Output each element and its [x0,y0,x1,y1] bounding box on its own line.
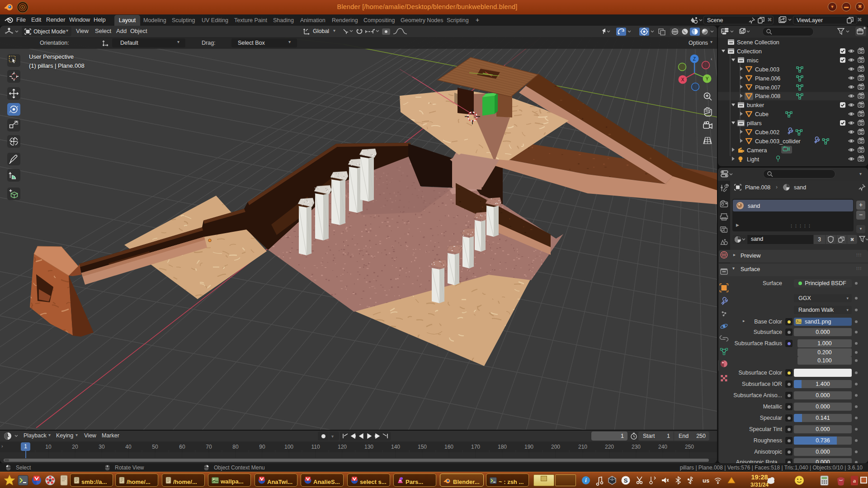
svg-text:Scene Collection: Scene Collection [737,39,779,46]
svg-text:30: 30 [99,444,105,450]
svg-text:misc: misc [747,57,759,64]
svg-text:us: us [703,477,709,484]
svg-text:Cube.003_collider: Cube.003_collider [755,138,801,145]
svg-text:110: 110 [311,444,320,450]
svg-text:220: 220 [605,444,614,450]
svg-text:Collection: Collection [737,48,762,55]
svg-text:S: S [624,477,628,484]
svg-text:10: 10 [45,444,52,450]
svg-text:50: 50 [152,444,158,450]
svg-text:Y: Y [706,76,709,81]
svg-text:Cube: Cube [755,111,769,117]
svg-text:70: 70 [206,444,212,450]
svg-text:Plane.007: Plane.007 [755,84,780,91]
svg-text:a: a [853,477,856,484]
svg-text:150: 150 [418,444,427,450]
svg-text:130: 130 [364,444,373,450]
svg-text:Camera: Camera [747,147,767,154]
svg-text:pillars: pillars [747,120,762,127]
svg-text:60: 60 [179,444,185,450]
svg-text:Cube.003: Cube.003 [755,66,779,73]
svg-text:Cube.002: Cube.002 [755,129,779,136]
svg-text:Plane.008: Plane.008 [755,93,780,99]
svg-text:20: 20 [72,444,78,450]
svg-text:180: 180 [498,444,507,450]
svg-text:Z: Z [693,56,696,61]
svg-text:Light: Light [747,156,760,163]
svg-text:Plane.006: Plane.006 [755,75,780,82]
svg-text:230: 230 [632,444,641,450]
svg-text:140: 140 [391,444,400,450]
svg-text:X: X [681,77,684,82]
svg-text:120: 120 [338,444,347,450]
svg-text:190: 190 [524,444,533,450]
svg-text:80: 80 [232,444,239,450]
svg-text:210: 210 [578,444,587,450]
svg-text:90: 90 [259,444,265,450]
svg-text:250: 250 [685,444,694,450]
svg-text:100: 100 [284,444,293,450]
svg-text:bunker: bunker [747,102,764,108]
svg-text:160: 160 [444,444,453,450]
svg-text:200: 200 [551,444,560,450]
svg-text:40: 40 [125,444,132,450]
svg-text:170: 170 [471,444,480,450]
svg-text:240: 240 [658,444,667,450]
